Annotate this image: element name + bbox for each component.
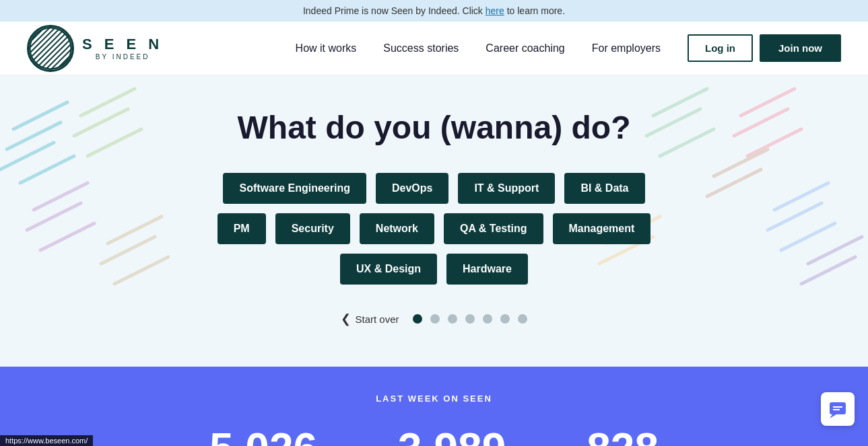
dot-1[interactable]	[413, 314, 422, 324]
hero-content: What do you (wanna) do? Software Enginee…	[13, 109, 855, 326]
join-button[interactable]: Join now	[760, 34, 841, 62]
url-bar: https://www.beseen.com/	[0, 435, 93, 446]
cat-qa-testing[interactable]: QA & Testing	[444, 213, 543, 244]
stat-2: 3,989	[398, 424, 506, 446]
cat-devops[interactable]: DevOps	[376, 173, 448, 204]
dot-4[interactable]	[465, 314, 475, 324]
nav-links: How it works Success stories Career coac…	[296, 42, 661, 54]
start-over-button[interactable]: ❮ Start over	[341, 311, 399, 326]
category-row-2: PM Security Network QA & Testing Managem…	[218, 213, 651, 244]
svg-line-14	[67, 65, 72, 70]
cat-hardware[interactable]: Hardware	[446, 254, 528, 285]
category-row-3: UX & Design Hardware	[340, 254, 528, 285]
stats-label: LAST WEEK ON SEEN	[13, 394, 855, 404]
cat-software-engineering[interactable]: Software Engineering	[223, 173, 366, 204]
svg-line-10	[45, 43, 72, 70]
chat-button[interactable]	[821, 392, 855, 426]
svg-rect-44	[830, 402, 846, 414]
stat-3: 828	[587, 424, 659, 446]
pagination-dots	[413, 314, 527, 324]
nav-for-employers[interactable]: For employers	[592, 42, 661, 54]
start-over-area: ❮ Start over	[13, 311, 855, 326]
hero-title: What do you (wanna) do?	[13, 109, 855, 146]
chevron-left-icon: ❮	[341, 311, 351, 326]
cat-pm[interactable]: PM	[218, 213, 266, 244]
category-buttons: Software Engineering DevOps IT & Support…	[13, 173, 855, 285]
stats-section: LAST WEEK ON SEEN 5,026 3,989 828	[0, 367, 868, 446]
logo-byindeed-label: BY INDEED	[82, 53, 163, 61]
svg-marker-45	[830, 414, 836, 418]
category-row-1: Software Engineering DevOps IT & Support…	[223, 173, 644, 204]
navbar: S E E N BY INDEED How it works Success s…	[0, 22, 868, 75]
start-over-label: Start over	[355, 313, 399, 325]
cat-ux-design[interactable]: UX & Design	[340, 254, 437, 285]
hero-section: What do you (wanna) do? Software Enginee…	[0, 75, 868, 367]
logo-seen-label: S E E N	[82, 36, 163, 53]
nav-success-stories[interactable]: Success stories	[383, 42, 459, 54]
dot-5[interactable]	[483, 314, 492, 324]
stat-1: 5,026	[209, 424, 317, 446]
nav-how-it-works[interactable]: How it works	[296, 42, 357, 54]
dot-6[interactable]	[500, 314, 510, 324]
stats-row: 5,026 3,989 828	[13, 424, 855, 446]
cat-network[interactable]: Network	[360, 213, 434, 244]
svg-line-4	[29, 27, 56, 54]
cat-bi-data[interactable]: BI & Data	[564, 173, 644, 204]
cat-management[interactable]: Management	[553, 213, 651, 244]
cat-security[interactable]: Security	[275, 213, 350, 244]
banner-text-after: to learn more.	[504, 5, 565, 16]
logo-text: S E E N BY INDEED	[82, 36, 163, 61]
logo-icon	[29, 27, 72, 70]
logo-circle	[27, 25, 74, 72]
banner-link[interactable]: here	[486, 5, 504, 16]
banner-text: Indeed Prime is now Seen by Indeed. Clic…	[303, 5, 486, 16]
chat-icon	[828, 400, 847, 418]
login-button[interactable]: Log in	[688, 34, 753, 62]
cat-it-support[interactable]: IT & Support	[458, 173, 555, 204]
top-banner: Indeed Prime is now Seen by Indeed. Clic…	[0, 0, 868, 22]
nav-career-coaching[interactable]: Career coaching	[486, 42, 564, 54]
dot-7[interactable]	[518, 314, 527, 324]
logo[interactable]: S E E N BY INDEED	[27, 25, 163, 72]
dot-3[interactable]	[448, 314, 457, 324]
dot-2[interactable]	[430, 314, 440, 324]
svg-line-0	[29, 27, 34, 32]
